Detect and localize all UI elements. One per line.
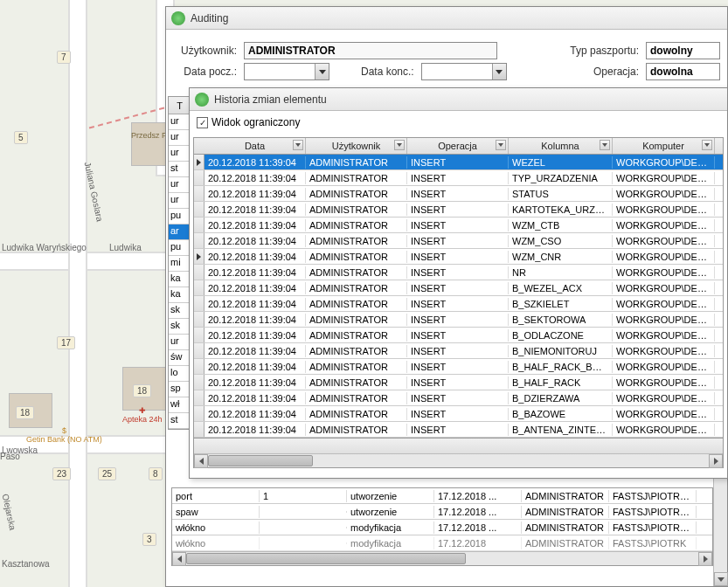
list-item[interactable]: ur — [169, 146, 191, 162]
table-row[interactable]: 20.12.2018 11:39:04ADMINISTRATORINSERTB_… — [194, 390, 723, 406]
table-cell: INSERT — [407, 204, 509, 216]
table-cell: modyfikacja — [347, 521, 434, 534]
list-item[interactable]: ur — [169, 193, 191, 209]
table-row[interactable]: 20.12.2018 11:39:04ADMINISTRATORINSERTWZ… — [194, 249, 723, 265]
table-row[interactable]: włóknomodyfikacja17.12.2018 ...ADMINISTR… — [172, 520, 712, 535]
table-row[interactable]: 20.12.2018 11:39:04ADMINISTRATORINSERTB_… — [194, 359, 723, 375]
table-row[interactable]: port1utworzenie17.12.2018 ...ADMINISTRAT… — [172, 488, 712, 504]
table-cell: B_NIEMONITORUJ — [509, 345, 613, 357]
table-cell: WORKGROUP\DESKT... — [613, 219, 715, 231]
date-to-combo[interactable] — [421, 63, 507, 80]
date-from-combo[interactable] — [244, 63, 329, 80]
table-row[interactable]: 20.12.2018 11:39:04ADMINISTRATORINSERTB_… — [194, 328, 723, 343]
scroll-thumb[interactable] — [208, 455, 313, 466]
type-field[interactable]: dowolny — [646, 42, 720, 59]
list-item[interactable]: pu — [169, 209, 191, 224]
row-indicator — [194, 375, 205, 390]
horizontal-scrollbar[interactable] — [172, 551, 712, 565]
horizontal-scrollbar[interactable] — [194, 453, 723, 467]
filter-icon[interactable] — [394, 140, 405, 150]
table-row[interactable]: spawutworzenie17.12.2018 ...ADMINISTRATO… — [172, 504, 712, 520]
table-row[interactable]: 20.12.2018 11:39:04ADMINISTRATORINSERTTY… — [194, 170, 723, 186]
list-item[interactable]: ur — [169, 177, 191, 193]
table-row[interactable]: 20.12.2018 11:39:04ADMINISTRATORINSERTWZ… — [194, 218, 723, 233]
table-row[interactable]: włóknomodyfikacja17.12.2018ADMINISTRATOR… — [172, 535, 712, 551]
list-item[interactable]: św — [169, 350, 191, 366]
filter-icon[interactable] — [702, 140, 712, 150]
col-op[interactable]: Operacja — [407, 138, 509, 154]
list-item[interactable]: ur — [169, 335, 191, 350]
filter-icon[interactable] — [496, 140, 506, 150]
table-cell: spaw — [172, 506, 260, 518]
chevron-down-icon[interactable] — [492, 64, 506, 79]
filter-icon[interactable] — [293, 140, 303, 150]
list-item[interactable]: st — [169, 413, 191, 429]
list-item[interactable]: mi — [169, 256, 191, 272]
user-field[interactable]: ADMINISTRATOR — [244, 42, 497, 59]
chevron-down-icon[interactable] — [315, 64, 329, 79]
scroll-right-icon[interactable] — [709, 454, 723, 468]
table-cell: FASTSJ\PIOTRK... — [609, 521, 697, 534]
col-col[interactable]: Kolumna — [509, 138, 613, 154]
table-row[interactable]: 20.12.2018 11:39:04ADMINISTRATORINSERTB_… — [194, 280, 723, 296]
table-cell: INSERT — [407, 235, 509, 247]
table-row[interactable]: 20.12.2018 11:39:04ADMINISTRATORINSERTB_… — [194, 296, 723, 312]
checkbox-box[interactable]: ✓ — [197, 117, 208, 128]
scroll-right-icon[interactable] — [698, 552, 712, 566]
table-row[interactable]: 20.12.2018 11:39:04ADMINISTRATORINSERTB_… — [194, 375, 723, 390]
street-label: Olejarska — [1, 493, 18, 531]
list-item[interactable]: ar — [169, 224, 191, 240]
table-row[interactable]: 20.12.2018 11:39:04ADMINISTRATORINSERTWZ… — [194, 233, 723, 249]
col-comp[interactable]: Komputer — [613, 138, 715, 154]
table-row[interactable]: 20.12.2018 11:39:04ADMINISTRATORINSERTB_… — [194, 406, 723, 422]
table-cell: ADMINISTRATOR — [306, 235, 407, 247]
scroll-left-icon[interactable] — [194, 454, 208, 468]
list-item[interactable]: ur — [169, 130, 191, 146]
list-item[interactable]: st — [169, 162, 191, 177]
row-indicator — [194, 202, 205, 217]
table-cell: B_SEKTOROWA — [509, 314, 613, 326]
left-grid-header[interactable]: T — [169, 97, 191, 114]
list-item[interactable]: sk — [169, 303, 191, 319]
auditing-titlebar[interactable]: Auditing — [166, 7, 727, 30]
scroll-thumb[interactable] — [186, 553, 466, 564]
table-row[interactable]: 20.12.2018 11:39:04ADMINISTRATORINSERTB_… — [194, 343, 723, 359]
col-data[interactable]: Data — [205, 138, 306, 154]
list-item[interactable]: ur — [169, 114, 191, 130]
history-titlebar[interactable]: Historia zmian elementu — [190, 88, 727, 111]
scroll-down-icon[interactable] — [714, 572, 728, 586]
op-field[interactable]: dowolna — [646, 63, 720, 80]
date-from-label: Data pocz.: — [173, 66, 237, 78]
history-grid[interactable]: Data Użytkownik Operacja Kolumna Kompute… — [193, 137, 724, 468]
left-grid[interactable]: T urururstururpuarpumikakaskskurśwlospwł… — [168, 96, 191, 430]
list-item[interactable]: sk — [169, 319, 191, 335]
table-row[interactable]: 20.12.2018 11:39:04ADMINISTRATORINSERTB_… — [194, 422, 723, 438]
table-cell: ADMINISTRATOR — [306, 345, 407, 357]
table-row[interactable]: 20.12.2018 11:39:04ADMINISTRATORINSERTB_… — [194, 312, 723, 328]
table-row[interactable]: 20.12.2018 11:39:04ADMINISTRATORINSERTWE… — [194, 155, 723, 170]
table-row[interactable]: 20.12.2018 11:39:04ADMINISTRATORINSERTKA… — [194, 202, 723, 218]
table-cell: utworzenie — [347, 490, 434, 502]
table-row[interactable]: 20.12.2018 11:39:04ADMINISTRATORINSERTNR… — [194, 265, 723, 280]
list-item[interactable]: sp — [169, 382, 191, 397]
street-label: Juliana Goslara — [83, 161, 105, 222]
table-cell: 20.12.2018 11:39:04 — [205, 266, 306, 279]
list-item[interactable]: pu — [169, 240, 191, 256]
table-cell: 20.12.2018 11:39:04 — [205, 251, 306, 263]
table-row[interactable]: 20.12.2018 11:39:04ADMINISTRATORINSERTST… — [194, 186, 723, 202]
bottom-grid[interactable]: port1utworzenie17.12.2018 ...ADMINISTRAT… — [171, 487, 713, 566]
list-item[interactable]: ka — [169, 272, 191, 287]
table-cell: INSERT — [407, 314, 509, 326]
filter-icon[interactable] — [600, 140, 610, 150]
limited-view-checkbox[interactable]: ✓ Widok ograniczony — [197, 116, 300, 128]
table-cell: WORKGROUP\DESKT... — [613, 314, 715, 326]
scroll-left-icon[interactable] — [172, 552, 186, 566]
list-item[interactable]: lo — [169, 366, 191, 382]
col-user[interactable]: Użytkownik — [306, 138, 407, 154]
list-item[interactable]: ka — [169, 287, 191, 303]
table-cell: WORKGROUP\DESKT... — [613, 424, 715, 436]
list-item[interactable]: wł — [169, 397, 191, 413]
table-cell: ADMINISTRATOR — [306, 204, 407, 216]
table-cell: KARTOTEKA_URZAD... — [509, 204, 613, 216]
table-cell: INSERT — [407, 376, 509, 389]
